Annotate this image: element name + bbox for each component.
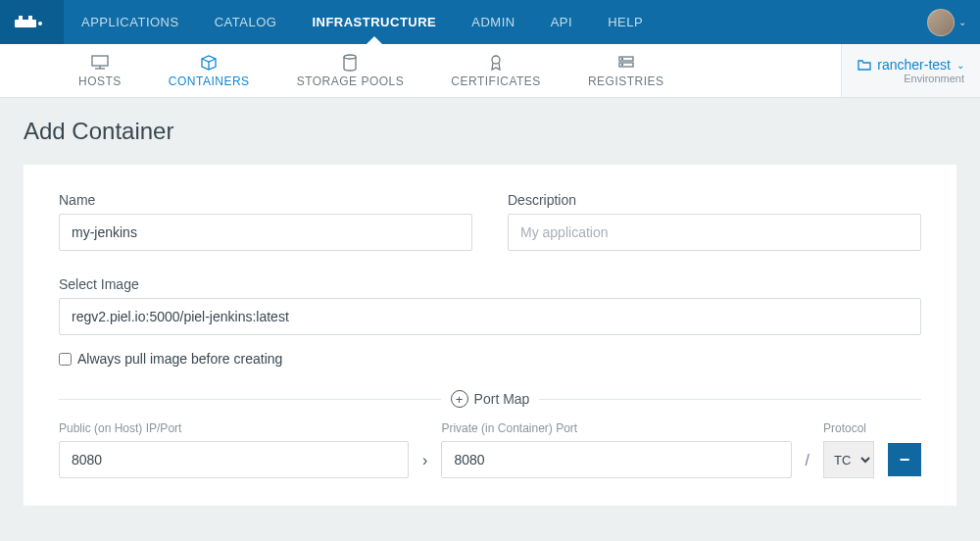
nav-infrastructure[interactable]: INFRASTRUCTURE	[294, 0, 454, 44]
nav-applications[interactable]: APPLICATIONS	[64, 0, 197, 44]
sub-navigation: HOSTS CONTAINERS STORAGE POOLS CERTIFICA…	[0, 44, 980, 98]
nav-help[interactable]: HELP	[590, 0, 661, 44]
topnav-items: APPLICATIONS CATALOG INFRASTRUCTURE ADMI…	[64, 0, 661, 44]
protocol-label: Protocol	[823, 421, 874, 435]
form-card: Name Description Select Image Always pul…	[24, 165, 956, 506]
svg-rect-2	[28, 16, 32, 21]
nav-catalog[interactable]: CATALOG	[197, 0, 295, 44]
nav-admin[interactable]: ADMIN	[454, 0, 532, 44]
subnav-containers[interactable]: CONTAINERS	[169, 54, 250, 88]
always-pull-checkbox[interactable]	[59, 353, 72, 366]
add-port-button[interactable]: +	[451, 390, 468, 408]
chevron-down-icon: ⌄	[956, 60, 964, 71]
svg-rect-0	[15, 20, 36, 27]
public-port-input[interactable]	[59, 441, 409, 478]
subnav-label: STORAGE POOLS	[297, 74, 405, 88]
subnav-label: HOSTS	[78, 74, 122, 88]
folder-icon	[858, 59, 871, 71]
certificate-icon	[486, 54, 506, 72]
always-pull-label: Always pull image before creating	[77, 351, 282, 367]
remove-port-button[interactable]: −	[888, 443, 921, 476]
svg-rect-4	[92, 56, 108, 66]
description-label: Description	[508, 192, 921, 208]
svg-rect-1	[19, 16, 23, 21]
nav-api[interactable]: API	[533, 0, 590, 44]
subnav-label: CERTIFICATES	[451, 74, 541, 88]
user-menu[interactable]: ⌄	[927, 9, 966, 36]
subnav-hosts[interactable]: HOSTS	[78, 54, 122, 88]
top-navigation: APPLICATIONS CATALOG INFRASTRUCTURE ADMI…	[0, 0, 980, 44]
svg-point-13	[621, 64, 622, 65]
container-icon	[199, 54, 219, 72]
registry-icon	[616, 54, 636, 72]
subnav-label: CONTAINERS	[169, 74, 250, 88]
public-port-label: Public (on Host) IP/Port	[59, 421, 409, 435]
environment-selector[interactable]: rancher-test ⌄ Environment	[841, 44, 980, 97]
svg-point-12	[621, 58, 622, 59]
storage-icon	[340, 54, 360, 72]
divider	[539, 399, 921, 400]
svg-point-9	[492, 56, 500, 64]
avatar	[927, 9, 955, 36]
description-input[interactable]	[508, 214, 921, 251]
image-input[interactable]	[59, 298, 921, 335]
host-icon	[90, 54, 110, 72]
image-label: Select Image	[59, 276, 921, 292]
private-port-input[interactable]	[441, 441, 791, 478]
environment-label: Environment	[904, 73, 964, 84]
logo[interactable]	[0, 0, 64, 44]
name-label: Name	[59, 192, 472, 208]
private-port-label: Private (in Container) Port	[441, 421, 791, 435]
subnav-label: REGISTRIES	[588, 74, 664, 88]
port-map-row: Public (on Host) IP/Port › Private (in C…	[59, 421, 921, 478]
protocol-select[interactable]: TCP	[823, 441, 874, 478]
rancher-logo-icon	[15, 14, 50, 31]
svg-point-3	[38, 22, 42, 25]
svg-point-8	[344, 55, 356, 59]
separator: /	[806, 452, 809, 478]
environment-name: rancher-test	[877, 57, 951, 73]
subnav-registries[interactable]: REGISTRIES	[588, 54, 664, 88]
portmap-title: Port Map	[474, 391, 530, 407]
subnav-storage-pools[interactable]: STORAGE POOLS	[297, 54, 405, 88]
divider	[59, 399, 441, 400]
subnav-certificates[interactable]: CERTIFICATES	[451, 54, 541, 88]
arrow-icon: ›	[422, 452, 427, 478]
name-input[interactable]	[59, 214, 472, 251]
chevron-down-icon: ⌄	[958, 17, 966, 27]
page-title: Add Container	[24, 118, 956, 145]
